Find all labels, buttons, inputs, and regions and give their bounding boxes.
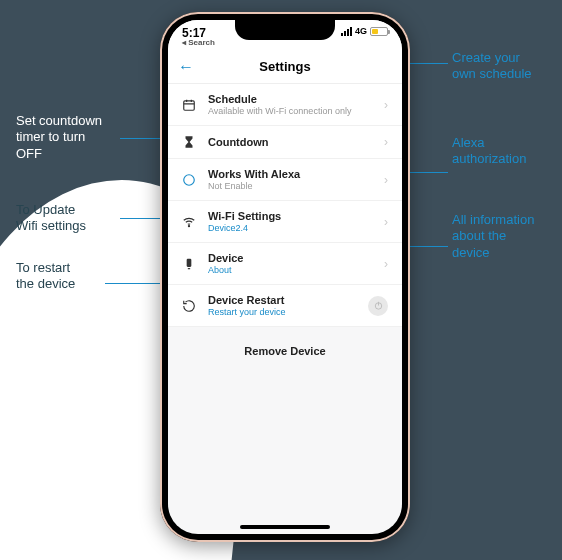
chevron-right-icon: › <box>384 257 388 271</box>
chevron-right-icon: › <box>384 215 388 229</box>
row-title: Device Restart <box>208 294 356 306</box>
row-title: Device <box>208 252 372 264</box>
row-alexa[interactable]: Works With Alexa Not Enable › <box>168 159 402 201</box>
back-button[interactable]: ← <box>178 58 194 76</box>
status-search-back[interactable]: ◂ Search <box>182 38 215 47</box>
calendar-icon <box>182 98 196 112</box>
status-right: 4G <box>341 26 388 36</box>
row-title: Schedule <box>208 93 372 105</box>
alexa-icon <box>182 173 196 187</box>
svg-rect-7 <box>188 268 190 269</box>
settings-list: Schedule Available with Wi-Fi connection… <box>168 84 402 327</box>
chevron-right-icon: › <box>384 173 388 187</box>
svg-rect-6 <box>187 258 192 266</box>
annotation-device-info: All information about the device <box>452 212 534 261</box>
row-subtitle: Available with Wi-Fi connection only <box>208 106 372 116</box>
chevron-right-icon: › <box>384 135 388 149</box>
header: ← Settings <box>168 50 402 84</box>
network-label: 4G <box>355 26 367 36</box>
svg-point-4 <box>184 174 195 185</box>
row-countdown[interactable]: Countdown › <box>168 126 402 159</box>
notch <box>235 20 335 40</box>
hourglass-icon <box>182 135 196 149</box>
restart-icon <box>182 299 196 313</box>
wifi-icon <box>182 215 196 229</box>
power-icon <box>368 296 388 316</box>
home-indicator[interactable] <box>240 525 330 529</box>
row-subtitle: Restart your device <box>208 307 356 317</box>
row-wifi[interactable]: Wi-Fi Settings Device2.4 › <box>168 201 402 243</box>
row-schedule[interactable]: Schedule Available with Wi-Fi connection… <box>168 84 402 126</box>
row-title: Wi-Fi Settings <box>208 210 372 222</box>
chevron-right-icon: › <box>384 98 388 112</box>
annotation-schedule: Create your own schedule <box>452 50 532 83</box>
svg-point-5 <box>188 225 189 226</box>
battery-icon <box>370 27 388 36</box>
row-title: Countdown <box>208 136 372 148</box>
row-subtitle: Not Enable <box>208 181 372 191</box>
row-restart[interactable]: Device Restart Restart your device <box>168 285 402 327</box>
device-icon <box>182 257 196 271</box>
screen: 5:17 ◂ Search 4G ← Settings Schedul <box>168 20 402 534</box>
remove-device-button[interactable]: Remove Device <box>168 327 402 375</box>
signal-icon <box>341 27 352 36</box>
page-title: Settings <box>259 59 310 74</box>
row-subtitle: Device2.4 <box>208 223 372 233</box>
phone-frame: 5:17 ◂ Search 4G ← Settings Schedul <box>160 12 410 542</box>
svg-rect-0 <box>184 100 195 109</box>
row-device[interactable]: Device About › <box>168 243 402 285</box>
row-subtitle: About <box>208 265 372 275</box>
row-title: Works With Alexa <box>208 168 372 180</box>
annotation-countdown: Set countdown timer to turn OFF <box>16 113 102 162</box>
annotation-alexa: Alexa authorization <box>452 135 526 168</box>
